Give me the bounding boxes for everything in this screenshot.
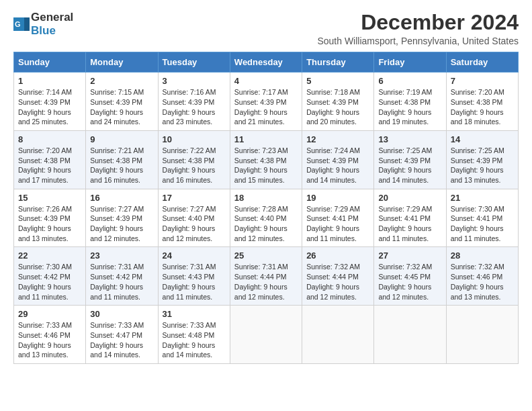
day-number: 29	[18, 309, 81, 319]
calendar-cell	[302, 306, 374, 364]
day-number: 1	[18, 76, 81, 86]
day-info: Sunrise: 7:20 AMSunset: 4:38 PMDaylight:…	[451, 87, 514, 127]
calendar-cell: 24 Sunrise: 7:31 AMSunset: 4:43 PMDaylig…	[158, 247, 230, 306]
calendar-cell: 5 Sunrise: 7:18 AMSunset: 4:39 PMDayligh…	[302, 73, 374, 131]
day-info: Sunrise: 7:23 AMSunset: 4:38 PMDaylight:…	[234, 146, 298, 185]
day-info: Sunrise: 7:24 AMSunset: 4:39 PMDaylight:…	[306, 146, 369, 185]
svg-text:G: G	[15, 20, 21, 28]
calendar-cell: 15 Sunrise: 7:26 AMSunset: 4:39 PMDaylig…	[14, 189, 86, 247]
calendar-cell: 3 Sunrise: 7:16 AMSunset: 4:39 PMDayligh…	[158, 73, 230, 131]
calendar-cell: 12 Sunrise: 7:24 AMSunset: 4:39 PMDaylig…	[302, 130, 374, 189]
logo: G General Blue	[13, 11, 73, 38]
calendar-cell: 10 Sunrise: 7:22 AMSunset: 4:38 PMDaylig…	[158, 130, 230, 189]
day-info: Sunrise: 7:30 AMSunset: 4:42 PMDaylight:…	[18, 262, 81, 302]
day-number: 28	[451, 250, 514, 261]
calendar-cell: 13 Sunrise: 7:25 AMSunset: 4:39 PMDaylig…	[374, 130, 446, 189]
day-info: Sunrise: 7:32 AMSunset: 4:45 PMDaylight:…	[378, 262, 441, 302]
day-number: 8	[18, 134, 81, 144]
calendar-cell: 8 Sunrise: 7:20 AMSunset: 4:38 PMDayligh…	[14, 130, 86, 189]
title-section: December 2024 South Williamsport, Pennsy…	[317, 11, 519, 46]
calendar-cell: 28 Sunrise: 7:32 AMSunset: 4:46 PMDaylig…	[446, 247, 518, 306]
page-subtitle: South Williamsport, Pennsylvania, United…	[317, 36, 519, 46]
col-wednesday: Wednesday	[230, 52, 302, 73]
logo-blue-text: Blue	[31, 24, 56, 37]
day-info: Sunrise: 7:19 AMSunset: 4:38 PMDaylight:…	[378, 87, 441, 127]
day-number: 7	[451, 76, 514, 86]
calendar-header-row: Sunday Monday Tuesday Wednesday Thursday…	[14, 52, 519, 73]
day-number: 25	[234, 250, 298, 261]
calendar-cell: 21 Sunrise: 7:30 AMSunset: 4:41 PMDaylig…	[446, 189, 518, 247]
calendar-cell: 25 Sunrise: 7:31 AMSunset: 4:44 PMDaylig…	[230, 247, 302, 306]
day-info: Sunrise: 7:32 AMSunset: 4:44 PMDaylight:…	[306, 262, 369, 302]
page-header: G General Blue December 2024 South Willi…	[13, 11, 519, 46]
day-number: 18	[234, 193, 298, 203]
calendar-row: 8 Sunrise: 7:20 AMSunset: 4:38 PMDayligh…	[14, 130, 519, 189]
day-number: 20	[378, 193, 441, 203]
calendar-cell: 14 Sunrise: 7:25 AMSunset: 4:39 PMDaylig…	[446, 130, 518, 189]
day-info: Sunrise: 7:15 AMSunset: 4:39 PMDaylight:…	[90, 87, 153, 127]
calendar-cell: 9 Sunrise: 7:21 AMSunset: 4:38 PMDayligh…	[86, 130, 158, 189]
calendar-row: 1 Sunrise: 7:14 AMSunset: 4:39 PMDayligh…	[14, 73, 519, 131]
day-number: 6	[378, 76, 441, 86]
col-saturday: Saturday	[446, 52, 518, 73]
logo-general-text: General	[31, 11, 73, 24]
col-tuesday: Tuesday	[158, 52, 230, 73]
day-number: 19	[306, 193, 369, 203]
calendar-cell: 17 Sunrise: 7:27 AMSunset: 4:40 PMDaylig…	[158, 189, 230, 247]
calendar-cell: 18 Sunrise: 7:28 AMSunset: 4:40 PMDaylig…	[230, 189, 302, 247]
col-friday: Friday	[374, 52, 446, 73]
day-info: Sunrise: 7:17 AMSunset: 4:39 PMDaylight:…	[234, 87, 298, 127]
calendar-cell: 27 Sunrise: 7:32 AMSunset: 4:45 PMDaylig…	[374, 247, 446, 306]
day-info: Sunrise: 7:29 AMSunset: 4:41 PMDaylight:…	[378, 204, 441, 244]
day-number: 24	[163, 250, 226, 261]
calendar-cell: 20 Sunrise: 7:29 AMSunset: 4:41 PMDaylig…	[374, 189, 446, 247]
calendar-row: 29 Sunrise: 7:33 AMSunset: 4:46 PMDaylig…	[14, 306, 519, 364]
day-info: Sunrise: 7:31 AMSunset: 4:44 PMDaylight:…	[234, 262, 298, 302]
day-info: Sunrise: 7:32 AMSunset: 4:46 PMDaylight:…	[451, 262, 514, 302]
day-info: Sunrise: 7:27 AMSunset: 4:39 PMDaylight:…	[90, 204, 153, 244]
day-info: Sunrise: 7:33 AMSunset: 4:47 PMDaylight:…	[90, 320, 153, 360]
day-info: Sunrise: 7:33 AMSunset: 4:46 PMDaylight:…	[18, 320, 81, 360]
calendar-cell	[230, 306, 302, 364]
day-number: 27	[378, 250, 441, 261]
day-number: 16	[90, 193, 153, 203]
day-number: 2	[90, 76, 153, 86]
day-number: 5	[306, 76, 369, 86]
col-monday: Monday	[86, 52, 158, 73]
day-info: Sunrise: 7:25 AMSunset: 4:39 PMDaylight:…	[451, 146, 514, 185]
day-number: 4	[234, 76, 298, 86]
day-info: Sunrise: 7:14 AMSunset: 4:39 PMDaylight:…	[18, 87, 81, 127]
day-info: Sunrise: 7:26 AMSunset: 4:39 PMDaylight:…	[18, 204, 81, 244]
calendar-cell: 1 Sunrise: 7:14 AMSunset: 4:39 PMDayligh…	[14, 73, 86, 131]
day-info: Sunrise: 7:25 AMSunset: 4:39 PMDaylight:…	[378, 146, 441, 185]
page-title: December 2024	[317, 11, 519, 34]
day-number: 14	[451, 134, 514, 144]
calendar-cell: 26 Sunrise: 7:32 AMSunset: 4:44 PMDaylig…	[302, 247, 374, 306]
day-number: 22	[18, 250, 81, 261]
day-info: Sunrise: 7:30 AMSunset: 4:41 PMDaylight:…	[451, 204, 514, 244]
calendar-table: Sunday Monday Tuesday Wednesday Thursday…	[13, 52, 519, 364]
calendar-cell: 4 Sunrise: 7:17 AMSunset: 4:39 PMDayligh…	[230, 73, 302, 131]
calendar-row: 22 Sunrise: 7:30 AMSunset: 4:42 PMDaylig…	[14, 247, 519, 306]
calendar-cell: 22 Sunrise: 7:30 AMSunset: 4:42 PMDaylig…	[14, 247, 86, 306]
calendar-cell: 6 Sunrise: 7:19 AMSunset: 4:38 PMDayligh…	[374, 73, 446, 131]
day-info: Sunrise: 7:22 AMSunset: 4:38 PMDaylight:…	[163, 146, 226, 185]
day-number: 9	[90, 134, 153, 144]
day-info: Sunrise: 7:21 AMSunset: 4:38 PMDaylight:…	[90, 146, 153, 185]
calendar-cell: 11 Sunrise: 7:23 AMSunset: 4:38 PMDaylig…	[230, 130, 302, 189]
calendar-cell: 31 Sunrise: 7:33 AMSunset: 4:48 PMDaylig…	[158, 306, 230, 364]
calendar-cell: 19 Sunrise: 7:29 AMSunset: 4:41 PMDaylig…	[302, 189, 374, 247]
col-sunday: Sunday	[14, 52, 86, 73]
day-info: Sunrise: 7:31 AMSunset: 4:42 PMDaylight:…	[90, 262, 153, 302]
day-number: 17	[163, 193, 226, 203]
calendar-cell: 23 Sunrise: 7:31 AMSunset: 4:42 PMDaylig…	[86, 247, 158, 306]
day-number: 23	[90, 250, 153, 261]
svg-marker-1	[24, 17, 30, 31]
day-number: 31	[163, 309, 226, 319]
col-thursday: Thursday	[302, 52, 374, 73]
day-number: 3	[163, 76, 226, 86]
day-info: Sunrise: 7:18 AMSunset: 4:39 PMDaylight:…	[306, 87, 369, 127]
day-info: Sunrise: 7:31 AMSunset: 4:43 PMDaylight:…	[163, 262, 226, 302]
calendar-cell	[374, 306, 446, 364]
general-blue-logo-icon: G	[13, 17, 30, 31]
